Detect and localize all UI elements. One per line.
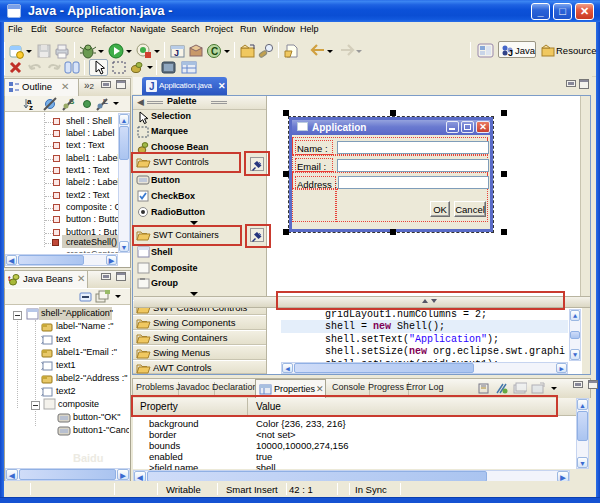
svg-text:t: t (8, 274, 11, 283)
svg-text:J: J (149, 81, 155, 92)
svg-text:J: J (508, 48, 513, 57)
svg-text:z: z (29, 103, 33, 111)
svg-text:J: J (174, 48, 179, 58)
svg-text:C: C (211, 46, 218, 57)
